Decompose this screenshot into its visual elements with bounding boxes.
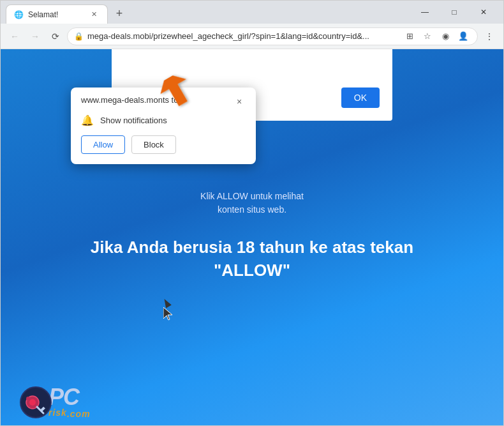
reload-button[interactable]: ⟳ [47,27,64,45]
back-button[interactable]: ← [6,27,24,45]
address-input-wrap[interactable]: 🔒 mega-deals.mobi/prizewheel_agecheck_gi… [67,27,478,45]
extensions-btn[interactable]: ⋮ [480,27,498,45]
main-heading: Jika Anda berusia 18 tahun ke atas tekan… [1,236,503,282]
pcrisk-risk-text: risk [48,407,67,418]
forward-button[interactable]: → [26,27,44,45]
page-text-area: Klik ALLOW untuk melihat konten situs we… [1,190,503,282]
tab-title: Selamat! [28,10,83,19]
lock-icon: 🔒 [74,32,84,41]
tab-favicon: 🌐 [14,10,23,19]
close-button[interactable]: ✕ [469,3,498,21]
account-icon[interactable]: 👤 [456,29,471,44]
svg-point-2 [29,399,36,406]
svg-marker-6 [163,307,172,320]
address-bar: ← → ⟳ 🔒 mega-deals.mobi/prizewheel_agech… [1,24,503,49]
new-tab-button[interactable]: + [110,4,128,22]
notif-close-button[interactable]: × [233,95,246,108]
pcrisk-watermark: PC risk .com [20,386,91,419]
click-allow-text: Klik ALLOW untuk melihat konten situs we… [1,190,503,217]
title-bar: 🌐 Selamat! ✕ + — □ ✕ [1,1,503,24]
active-tab[interactable]: 🌐 Selamat! ✕ [6,4,108,24]
notif-buttons: Allow Block [81,135,246,154]
window-controls: — □ ✕ [410,3,498,21]
mouse-cursor [163,298,171,310]
bell-icon: 🔔 [81,114,94,126]
translate-icon[interactable]: ⊞ [402,29,417,44]
svg-point-3 [26,397,30,400]
address-text: mega-deals.mobi/prizewheel_agecheck_girl… [87,31,398,41]
ok-button[interactable]: OK [341,87,380,108]
pcrisk-text: PC risk .com [48,386,91,419]
tab-strip: 🌐 Selamat! ✕ + [6,4,405,24]
page-content: OK www.mega-deals.monts to × 🔔 Show noti… [1,49,503,425]
pcrisk-logo [20,386,52,418]
tab-close-btn[interactable]: ✕ [88,9,100,20]
profile-icon[interactable]: ◉ [438,29,453,44]
chrome-window: 🌐 Selamat! ✕ + — □ ✕ ← → ⟳ 🔒 mega-deals.… [0,0,504,426]
block-button[interactable]: Block [131,135,176,154]
allow-button[interactable]: Allow [81,135,125,154]
toolbar-icons: ⋮ [480,27,498,45]
address-icons: ⊞ ☆ ◉ 👤 [402,29,471,44]
pcrisk-com-text: .com [67,409,91,419]
maximize-button[interactable]: □ [440,3,469,21]
bookmark-icon[interactable]: ☆ [420,29,435,44]
orange-arrow-icon [141,73,192,118]
minimize-button[interactable]: — [410,3,440,21]
pcrisk-pc-text: PC [48,386,91,409]
svg-marker-0 [156,73,192,111]
